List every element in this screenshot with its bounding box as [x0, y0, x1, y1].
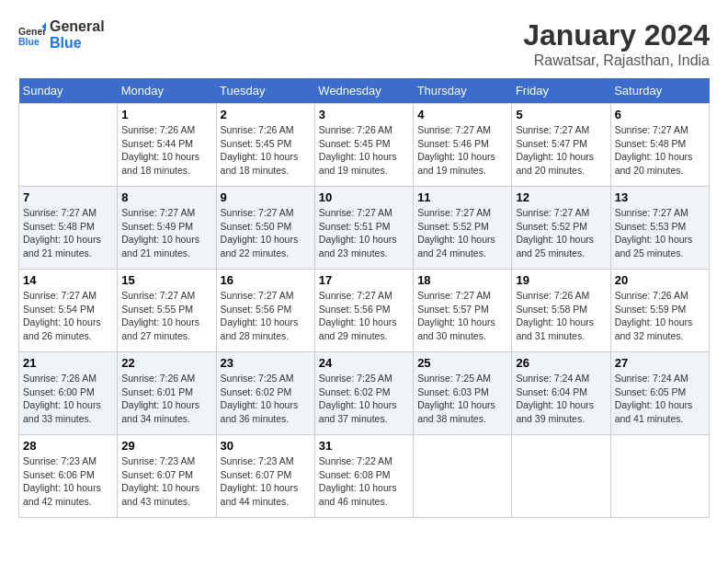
day-info: Sunrise: 7:26 AM Sunset: 5:58 PM Dayligh… [516, 289, 606, 343]
location: Rawatsar, Rajasthan, India [523, 52, 710, 69]
day-number: 4 [417, 108, 507, 121]
day-number: 18 [417, 273, 507, 287]
calendar-cell: 1Sunrise: 7:26 AM Sunset: 5:44 PM Daylig… [118, 104, 216, 187]
day-number: 9 [221, 190, 311, 204]
day-info: Sunrise: 7:24 AM Sunset: 6:04 PM Dayligh… [516, 372, 606, 426]
calendar-table: SundayMondayTuesdayWednesdayThursdayFrid… [18, 78, 710, 518]
day-number: 13 [615, 190, 705, 204]
day-number: 8 [121, 190, 211, 204]
day-number: 23 [221, 356, 311, 370]
day-number: 31 [319, 439, 409, 453]
day-number: 21 [23, 356, 113, 370]
day-info: Sunrise: 7:26 AM Sunset: 6:00 PM Dayligh… [23, 372, 113, 426]
day-header-thursday: Thursday [414, 78, 512, 104]
day-info: Sunrise: 7:27 AM Sunset: 5:55 PM Dayligh… [121, 289, 211, 343]
day-info: Sunrise: 7:27 AM Sunset: 5:48 PM Dayligh… [615, 123, 705, 178]
calendar-cell: 8Sunrise: 7:27 AM Sunset: 5:49 PM Daylig… [118, 187, 216, 270]
calendar-cell: 25Sunrise: 7:25 AM Sunset: 6:03 PM Dayli… [414, 352, 512, 435]
calendar-cell [512, 435, 610, 518]
calendar-cell: 11Sunrise: 7:27 AM Sunset: 5:52 PM Dayli… [414, 187, 512, 270]
calendar-cell: 29Sunrise: 7:23 AM Sunset: 6:07 PM Dayli… [118, 435, 216, 518]
day-info: Sunrise: 7:22 AM Sunset: 6:08 PM Dayligh… [319, 454, 409, 509]
logo: General Blue General Blue [18, 18, 105, 52]
calendar-cell: 13Sunrise: 7:27 AM Sunset: 5:53 PM Dayli… [610, 187, 709, 270]
day-info: Sunrise: 7:27 AM Sunset: 5:53 PM Dayligh… [615, 206, 705, 260]
day-info: Sunrise: 7:27 AM Sunset: 5:48 PM Dayligh… [23, 206, 113, 260]
calendar-cell: 28Sunrise: 7:23 AM Sunset: 6:06 PM Dayli… [19, 435, 118, 518]
week-row-1: 1Sunrise: 7:26 AM Sunset: 5:44 PM Daylig… [19, 104, 710, 187]
week-row-5: 28Sunrise: 7:23 AM Sunset: 6:06 PM Dayli… [19, 435, 710, 518]
day-info: Sunrise: 7:27 AM Sunset: 5:56 PM Dayligh… [221, 289, 311, 343]
calendar-cell: 6Sunrise: 7:27 AM Sunset: 5:48 PM Daylig… [610, 104, 709, 187]
calendar-cell: 12Sunrise: 7:27 AM Sunset: 5:52 PM Dayli… [512, 187, 610, 270]
page-header: General Blue General Blue January 2024 R… [18, 18, 710, 69]
day-number: 24 [319, 356, 409, 370]
day-info: Sunrise: 7:27 AM Sunset: 5:46 PM Dayligh… [417, 123, 507, 178]
day-info: Sunrise: 7:27 AM Sunset: 5:57 PM Dayligh… [417, 289, 507, 343]
day-number: 3 [319, 108, 409, 121]
day-number: 2 [221, 108, 311, 121]
day-info: Sunrise: 7:27 AM Sunset: 5:52 PM Dayligh… [516, 206, 606, 260]
calendar-cell: 20Sunrise: 7:26 AM Sunset: 5:59 PM Dayli… [610, 270, 709, 352]
calendar-cell: 31Sunrise: 7:22 AM Sunset: 6:08 PM Dayli… [314, 435, 413, 518]
day-number: 27 [615, 356, 705, 370]
day-number: 25 [417, 356, 507, 370]
calendar-cell [610, 435, 709, 518]
day-header-wednesday: Wednesday [314, 78, 413, 104]
day-info: Sunrise: 7:27 AM Sunset: 5:47 PM Dayligh… [516, 123, 606, 178]
week-row-3: 14Sunrise: 7:27 AM Sunset: 5:54 PM Dayli… [19, 270, 710, 352]
day-info: Sunrise: 7:27 AM Sunset: 5:50 PM Dayligh… [221, 206, 311, 260]
day-info: Sunrise: 7:27 AM Sunset: 5:51 PM Dayligh… [319, 206, 409, 260]
calendar-cell: 19Sunrise: 7:26 AM Sunset: 5:58 PM Dayli… [512, 270, 610, 352]
calendar-cell: 15Sunrise: 7:27 AM Sunset: 5:55 PM Dayli… [118, 270, 216, 352]
calendar-cell: 22Sunrise: 7:26 AM Sunset: 6:01 PM Dayli… [118, 352, 216, 435]
week-row-2: 7Sunrise: 7:27 AM Sunset: 5:48 PM Daylig… [19, 187, 710, 270]
calendar-cell: 16Sunrise: 7:27 AM Sunset: 5:56 PM Dayli… [216, 270, 314, 352]
calendar-cell: 9Sunrise: 7:27 AM Sunset: 5:50 PM Daylig… [216, 187, 314, 270]
week-row-4: 21Sunrise: 7:26 AM Sunset: 6:00 PM Dayli… [19, 352, 710, 435]
day-info: Sunrise: 7:27 AM Sunset: 5:56 PM Dayligh… [319, 289, 409, 343]
day-info: Sunrise: 7:25 AM Sunset: 6:02 PM Dayligh… [221, 372, 311, 426]
calendar-cell: 4Sunrise: 7:27 AM Sunset: 5:46 PM Daylig… [414, 104, 512, 187]
svg-text:Blue: Blue [18, 36, 40, 47]
calendar-cell [19, 104, 118, 187]
month-title: January 2024 [523, 18, 710, 52]
day-number: 1 [121, 108, 211, 121]
day-number: 5 [516, 108, 606, 121]
day-info: Sunrise: 7:26 AM Sunset: 5:44 PM Dayligh… [121, 123, 211, 178]
calendar-cell: 2Sunrise: 7:26 AM Sunset: 5:45 PM Daylig… [216, 104, 314, 187]
day-info: Sunrise: 7:25 AM Sunset: 6:03 PM Dayligh… [417, 372, 507, 426]
calendar-cell: 24Sunrise: 7:25 AM Sunset: 6:02 PM Dayli… [314, 352, 413, 435]
day-info: Sunrise: 7:27 AM Sunset: 5:54 PM Dayligh… [23, 289, 113, 343]
day-info: Sunrise: 7:26 AM Sunset: 5:59 PM Dayligh… [615, 289, 705, 343]
calendar-cell: 30Sunrise: 7:23 AM Sunset: 6:07 PM Dayli… [216, 435, 314, 518]
calendar-cell: 10Sunrise: 7:27 AM Sunset: 5:51 PM Dayli… [314, 187, 413, 270]
calendar-cell: 18Sunrise: 7:27 AM Sunset: 5:57 PM Dayli… [414, 270, 512, 352]
day-number: 28 [23, 439, 113, 453]
logo-blue: Blue [50, 35, 105, 52]
day-number: 26 [516, 356, 606, 370]
calendar-cell: 26Sunrise: 7:24 AM Sunset: 6:04 PM Dayli… [512, 352, 610, 435]
day-number: 15 [121, 273, 211, 287]
calendar-cell: 23Sunrise: 7:25 AM Sunset: 6:02 PM Dayli… [216, 352, 314, 435]
day-header-saturday: Saturday [610, 78, 709, 104]
calendar-cell: 14Sunrise: 7:27 AM Sunset: 5:54 PM Dayli… [19, 270, 118, 352]
title-block: January 2024 Rawatsar, Rajasthan, India [523, 18, 710, 69]
day-number: 6 [615, 108, 705, 121]
day-info: Sunrise: 7:23 AM Sunset: 6:06 PM Dayligh… [23, 454, 113, 509]
day-header-friday: Friday [512, 78, 610, 104]
day-number: 10 [319, 190, 409, 204]
day-header-tuesday: Tuesday [216, 78, 314, 104]
day-info: Sunrise: 7:27 AM Sunset: 5:49 PM Dayligh… [121, 206, 211, 260]
day-header-monday: Monday [118, 78, 216, 104]
logo-general: General [50, 18, 105, 35]
day-info: Sunrise: 7:24 AM Sunset: 6:05 PM Dayligh… [615, 372, 705, 426]
day-number: 14 [23, 273, 113, 287]
day-info: Sunrise: 7:23 AM Sunset: 6:07 PM Dayligh… [221, 454, 311, 509]
day-number: 17 [319, 273, 409, 287]
logo-icon: General Blue [18, 21, 46, 49]
day-info: Sunrise: 7:26 AM Sunset: 5:45 PM Dayligh… [221, 123, 311, 178]
day-info: Sunrise: 7:26 AM Sunset: 5:45 PM Dayligh… [319, 123, 409, 178]
day-number: 30 [221, 439, 311, 453]
day-number: 11 [417, 190, 507, 204]
